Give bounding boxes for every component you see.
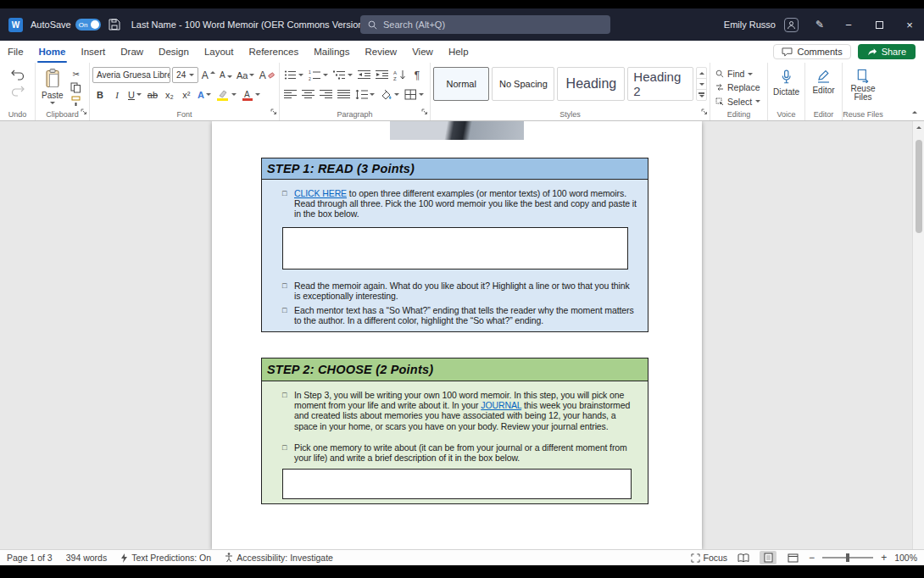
pen-icon[interactable]: ✎ bbox=[815, 19, 824, 31]
paste-button[interactable]: Paste bbox=[38, 67, 67, 106]
decrease-indent-button[interactable] bbox=[356, 67, 372, 83]
dictate-button[interactable]: Dictate bbox=[770, 67, 803, 98]
reuse-files-button[interactable]: Reuse Files bbox=[845, 67, 881, 103]
styles-dialog-launcher[interactable] bbox=[701, 103, 708, 119]
vertical-scrollbar[interactable] bbox=[912, 121, 924, 549]
step2-header[interactable]: STEP 2: CHOOSE (2 Points) bbox=[261, 358, 648, 381]
avatar[interactable] bbox=[784, 18, 799, 32]
zoom-level[interactable]: 100% bbox=[894, 553, 917, 563]
redo-button[interactable] bbox=[9, 83, 26, 99]
read-mode-button[interactable] bbox=[735, 551, 752, 564]
undo-button[interactable] bbox=[9, 67, 26, 83]
superscript-button[interactable]: x² bbox=[179, 86, 194, 103]
minimize-button[interactable]: − bbox=[834, 8, 863, 41]
multilevel-list-button[interactable] bbox=[331, 67, 354, 83]
sort-button[interactable]: AZ bbox=[392, 67, 408, 83]
zoom-slider-thumb[interactable] bbox=[846, 553, 849, 562]
memory-description-box[interactable] bbox=[282, 469, 632, 499]
style-normal[interactable]: Normal bbox=[433, 67, 489, 101]
line-spacing-button[interactable] bbox=[353, 86, 376, 103]
tab-draw[interactable]: Draw bbox=[113, 41, 151, 63]
tab-design[interactable]: Design bbox=[151, 41, 197, 63]
collapse-ribbon-button[interactable] bbox=[912, 102, 917, 117]
select-button[interactable]: Select bbox=[715, 95, 765, 108]
search-input[interactable]: Search (Alt+Q) bbox=[360, 15, 610, 34]
web-layout-button[interactable] bbox=[784, 551, 801, 564]
align-right-button[interactable] bbox=[318, 86, 334, 103]
styles-scroll-down-button[interactable] bbox=[697, 79, 706, 90]
font-color-button[interactable]: A bbox=[240, 86, 262, 103]
styles-scroll-up-button[interactable] bbox=[697, 68, 706, 79]
font-family-select[interactable]: Averia Gruesa Libre bbox=[92, 67, 170, 83]
highlight-color-button[interactable] bbox=[214, 86, 238, 103]
tab-references[interactable]: References bbox=[241, 41, 306, 63]
bold-button[interactable]: B bbox=[92, 86, 108, 103]
font-size-select[interactable]: 24 bbox=[172, 67, 198, 83]
user-name[interactable]: Emily Russo bbox=[724, 19, 776, 30]
scroll-up-arrow-icon[interactable] bbox=[916, 126, 921, 129]
editor-button[interactable]: Editor bbox=[809, 67, 838, 97]
tab-home[interactable]: Home bbox=[31, 41, 74, 63]
click-here-link[interactable]: CLICK HERE bbox=[294, 188, 347, 198]
bullets-button[interactable] bbox=[282, 67, 305, 83]
focus-mode-button[interactable]: Focus bbox=[691, 553, 728, 563]
shading-button[interactable] bbox=[378, 86, 401, 103]
tab-insert[interactable]: Insert bbox=[73, 41, 113, 63]
style-heading[interactable]: Heading bbox=[557, 67, 625, 101]
page-indicator[interactable]: Page 1 of 3 bbox=[7, 553, 53, 563]
styles-more-button[interactable] bbox=[697, 90, 706, 100]
find-button[interactable]: Find bbox=[715, 67, 765, 81]
tab-layout[interactable]: Layout bbox=[197, 41, 242, 63]
align-center-button[interactable] bbox=[300, 86, 316, 103]
comments-button[interactable]: Comments bbox=[773, 44, 850, 59]
tab-view[interactable]: View bbox=[404, 41, 441, 63]
replace-button[interactable]: Replace bbox=[715, 81, 765, 94]
print-layout-button[interactable] bbox=[760, 551, 776, 564]
scrollbar-thumb[interactable] bbox=[916, 140, 922, 233]
shrink-font-button[interactable]: A bbox=[218, 67, 233, 83]
document-page[interactable]: STEP 1: READ (3 Points) CLICK HERE to op… bbox=[212, 121, 702, 549]
text-predictions-indicator[interactable]: Text Predictions: On bbox=[120, 553, 211, 563]
italic-button[interactable]: I bbox=[109, 86, 125, 103]
step1-header[interactable]: STEP 1: READ (3 Points) bbox=[261, 158, 648, 180]
justify-button[interactable] bbox=[336, 86, 352, 103]
close-button[interactable]: × bbox=[895, 8, 924, 41]
paragraph-dialog-launcher[interactable] bbox=[421, 103, 428, 119]
tab-file[interactable]: File bbox=[0, 41, 31, 63]
word-count[interactable]: 394 words bbox=[66, 553, 107, 563]
align-left-button[interactable] bbox=[282, 86, 298, 103]
share-button[interactable]: Share bbox=[858, 44, 916, 59]
increase-indent-button[interactable] bbox=[374, 67, 390, 83]
tab-mailings[interactable]: Mailings bbox=[306, 41, 357, 63]
style-heading-2[interactable]: Heading 2 bbox=[627, 67, 693, 101]
accessibility-checker[interactable]: Accessibility: Investigate bbox=[225, 553, 333, 563]
memoir-paste-box[interactable] bbox=[282, 227, 628, 270]
step1-body[interactable]: CLICK HERE to open three different examp… bbox=[261, 180, 648, 332]
zoom-slider[interactable] bbox=[822, 557, 873, 559]
borders-button[interactable] bbox=[403, 86, 426, 103]
tab-review[interactable]: Review bbox=[357, 41, 404, 63]
maximize-button[interactable] bbox=[865, 8, 893, 41]
zoom-out-button[interactable]: − bbox=[809, 552, 815, 564]
text-effects-button[interactable]: A bbox=[196, 86, 213, 103]
underline-button[interactable]: U bbox=[126, 86, 143, 103]
step2-body[interactable]: In Step 3, you will be writing your own … bbox=[261, 381, 648, 504]
font-dialog-launcher[interactable] bbox=[270, 103, 277, 119]
numbering-button[interactable]: 12 bbox=[307, 67, 330, 83]
clipboard-dialog-launcher[interactable] bbox=[81, 103, 87, 119]
journal-link[interactable]: JOURNAL bbox=[481, 400, 521, 410]
change-case-button[interactable]: Aa bbox=[235, 67, 255, 83]
autosave-toggle[interactable]: On bbox=[75, 19, 101, 31]
save-button[interactable] bbox=[109, 19, 120, 31]
style-no-spacing[interactable]: No Spacing bbox=[492, 67, 554, 101]
copy-button[interactable] bbox=[69, 82, 84, 93]
tab-help[interactable]: Help bbox=[441, 41, 476, 63]
grow-font-button[interactable]: A bbox=[200, 67, 216, 83]
subscript-button[interactable]: x₂ bbox=[162, 86, 177, 103]
clear-formatting-button[interactable]: A bbox=[258, 67, 276, 83]
cut-button[interactable]: ✂ bbox=[69, 69, 84, 80]
strikethrough-button[interactable]: ab bbox=[145, 86, 160, 103]
zoom-in-button[interactable]: + bbox=[881, 552, 887, 564]
document-image[interactable] bbox=[390, 121, 524, 140]
show-paragraph-marks-button[interactable]: ¶ bbox=[409, 67, 425, 83]
